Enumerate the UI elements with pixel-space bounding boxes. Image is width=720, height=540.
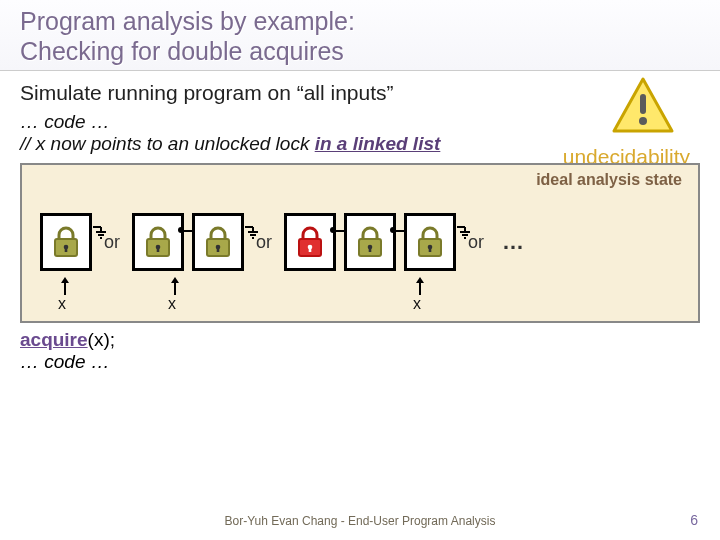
comment-prefix: // x now points to an unlocked lock [20,133,315,154]
x-label: x [58,295,66,313]
after-code-block: acquire(x); … code … [0,323,720,379]
lock-icon-red [295,225,325,259]
state-row: or or [40,213,680,271]
svg-rect-27 [369,247,372,252]
footer: Bor-Yuh Evan Chang - End-User Program An… [0,514,720,528]
acquire-args: (x); [88,329,115,350]
lock-cell [132,213,184,271]
arrow-up-icon [415,277,425,295]
slide-title: Program analysis by example: Checking fo… [20,6,700,66]
slide-title-block: Program analysis by example: Checking fo… [0,0,720,71]
svg-marker-41 [416,277,424,283]
ground-icon [457,224,471,242]
title-line-1: Program analysis by example: [20,7,355,35]
svg-marker-39 [171,277,179,283]
after-code-line: … code … [20,351,700,373]
lock-cell [192,213,244,271]
ground-icon [93,224,107,242]
ground-icon [245,224,259,242]
svg-rect-30 [429,247,432,252]
svg-marker-37 [61,277,69,283]
lock-icon [415,225,445,259]
x-label: x [413,295,421,313]
svg-rect-5 [65,247,68,252]
linked-list-phrase: in a linked list [315,133,441,154]
acquire-line: acquire(x); [20,329,700,351]
title-line-2: Checking for double acquires [20,37,344,65]
svg-point-2 [639,117,647,125]
code-line-1: … code … [20,111,700,133]
lock-icon [51,225,81,259]
page-number: 6 [690,512,698,528]
lock-icon [203,225,233,259]
arrow-up-icon [170,277,180,295]
warning-icon [611,76,675,136]
svg-rect-13 [157,247,160,252]
lock-cell [284,213,336,271]
svg-rect-24 [309,247,312,252]
lock-icon [355,225,385,259]
x-label: x [168,295,176,313]
lock-cell [344,213,396,271]
ideal-analysis-box: ideal analysis state or [20,163,700,323]
lock-cell [404,213,456,271]
svg-rect-16 [217,247,220,252]
lock-cell [40,213,92,271]
lock-icon [143,225,173,259]
ellipsis: … [496,229,524,255]
ideal-label: ideal analysis state [536,171,682,189]
arrow-up-icon [60,277,70,295]
x-pointer-row: x x x [40,277,680,317]
svg-rect-1 [640,94,646,114]
acquire-keyword: acquire [20,329,88,350]
